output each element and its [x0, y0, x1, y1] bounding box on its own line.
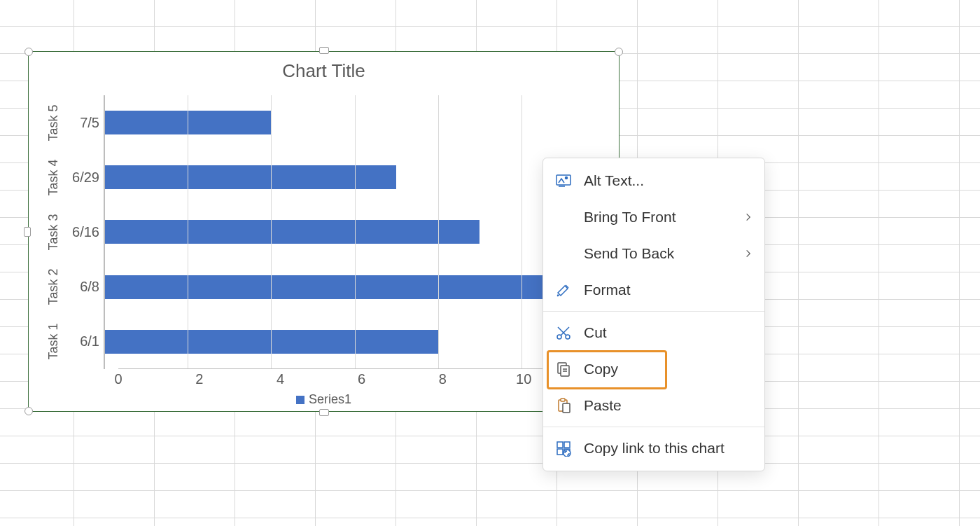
resize-handle-bottom[interactable] [319, 409, 329, 416]
chevron-right-icon [743, 249, 753, 258]
svg-point-1 [566, 177, 568, 179]
resize-handle-left[interactable] [24, 227, 31, 237]
menu-item-bring-front[interactable]: Bring To Front [543, 199, 764, 235]
data-bar[interactable] [104, 220, 479, 244]
gridline [104, 95, 105, 369]
x-tick-label: 10 [516, 371, 531, 387]
chevron-right-icon [743, 212, 753, 222]
plot-area[interactable]: Task 1Task 2Task 3Task 4Task 5 6/16/86/1… [43, 95, 605, 369]
resize-handle-tl[interactable] [24, 48, 33, 56]
x-tick-label: 6 [358, 371, 365, 387]
gridline [355, 95, 356, 369]
menu-item-copy-link[interactable]: Copy link to this chart [543, 430, 764, 466]
menu-item-cut[interactable]: Cut [543, 314, 764, 351]
x-tick-label: 8 [439, 371, 447, 387]
svg-rect-12 [561, 399, 565, 401]
chart-title[interactable]: Chart Title [29, 52, 619, 82]
svg-rect-13 [563, 403, 570, 413]
y-category-label: Task 1 [46, 324, 61, 360]
menu-item-paste[interactable]: Paste [543, 387, 764, 424]
svg-rect-15 [564, 442, 570, 448]
chart-legend[interactable]: Series1 [29, 392, 619, 407]
y-category-label: Task 5 [46, 104, 61, 141]
menu-divider [543, 311, 764, 312]
svg-rect-16 [557, 449, 563, 455]
copy-icon [554, 360, 573, 378]
gridline [271, 95, 272, 369]
plot-region[interactable] [104, 95, 605, 369]
resize-handle-tr[interactable] [615, 48, 623, 56]
menu-item-label: Format [584, 282, 753, 298]
chart-object[interactable]: Chart Title Task 1Task 2Task 3Task 4Task… [28, 51, 620, 412]
y-inner-label: 6/16 [72, 224, 99, 240]
blank-icon [554, 208, 573, 226]
svg-rect-0 [556, 175, 570, 185]
menu-item-label: Bring To Front [584, 209, 732, 226]
data-bar[interactable] [104, 165, 396, 189]
alt-text-icon [554, 172, 573, 190]
blank-icon [554, 244, 573, 263]
x-tick-label: 2 [195, 371, 203, 387]
y-category-label: Task 2 [46, 269, 61, 305]
x-tick-label: 4 [276, 371, 284, 387]
menu-item-label: Copy [584, 361, 753, 378]
chart-context-menu[interactable]: Alt Text...Bring To FrontSend To BackFor… [542, 158, 765, 471]
y-category-label: Task 3 [46, 214, 61, 250]
menu-item-copy[interactable]: Copy [543, 351, 764, 387]
gridline [438, 95, 439, 369]
menu-item-label: Send To Back [584, 245, 732, 262]
copy-link-icon [554, 439, 573, 457]
menu-item-alt-text[interactable]: Alt Text... [543, 162, 764, 199]
cut-icon [554, 324, 573, 342]
y-category-label: Task 4 [46, 159, 61, 195]
legend-swatch [296, 396, 304, 404]
y-inner-label: 6/29 [72, 169, 99, 186]
menu-item-send-back[interactable]: Send To Back [543, 235, 764, 272]
y-axis-categories: Task 1Task 2Task 3Task 4Task 5 [43, 95, 64, 369]
y-inner-label: 6/1 [80, 333, 99, 349]
format-icon [554, 281, 573, 299]
menu-item-label: Paste [584, 397, 753, 414]
paste-icon [554, 396, 573, 415]
menu-item-label: Cut [584, 324, 753, 341]
y-axis-inner-labels: 6/16/86/166/297/5 [64, 95, 104, 369]
x-tick-label: 0 [114, 371, 122, 387]
legend-label: Series1 [309, 392, 351, 406]
menu-item-label: Copy link to this chart [584, 440, 753, 457]
y-inner-label: 6/8 [80, 279, 99, 295]
menu-divider [543, 427, 764, 427]
svg-rect-14 [557, 442, 563, 448]
menu-item-label: Alt Text... [584, 172, 753, 189]
resize-handle-top[interactable] [319, 47, 329, 54]
x-axis: 0246810 [118, 368, 605, 387]
y-inner-label: 7/5 [80, 115, 99, 131]
gridline [522, 95, 522, 369]
resize-handle-bl[interactable] [24, 407, 33, 415]
gridline [188, 95, 188, 369]
data-bar[interactable] [104, 275, 542, 299]
menu-item-format[interactable]: Format [543, 272, 764, 308]
